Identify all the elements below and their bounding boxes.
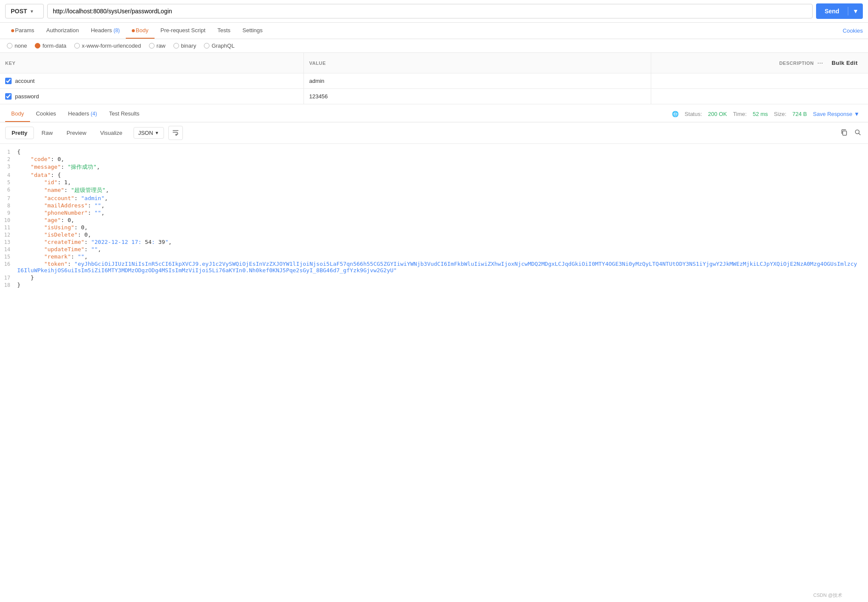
row2-checkbox[interactable]: [5, 93, 12, 100]
line-number: 9: [0, 210, 17, 216]
line-number: 2: [0, 156, 17, 162]
line-number: 12: [0, 231, 17, 238]
view-icons: [839, 127, 863, 139]
url-bar: POST ▼ Send ▼: [0, 0, 868, 23]
code-area: 1{2 "code": 0,3 "message": "操作成功",4 "dat…: [0, 144, 868, 350]
tab-body[interactable]: Body: [126, 23, 155, 39]
cookies-link[interactable]: Cookies: [843, 27, 863, 34]
resp-tab-cookies[interactable]: Cookies: [30, 106, 62, 122]
radio-none-circle: [7, 43, 12, 49]
radio-raw-label: raw: [157, 43, 166, 49]
code-line: 1{: [0, 148, 868, 155]
table-row: password 123456: [0, 89, 868, 104]
size-label: Size:: [774, 111, 786, 117]
tab-prerequest[interactable]: Pre-request Script: [155, 23, 212, 39]
send-arrow-icon[interactable]: ▼: [848, 3, 863, 19]
radio-raw[interactable]: raw: [149, 43, 166, 49]
method-select[interactable]: POST ▼: [5, 4, 44, 18]
radio-binary-circle: [173, 43, 179, 49]
code-line: 12 "isDelete": 0,: [0, 231, 868, 238]
code-line: 9 "phoneNumber": "",: [0, 209, 868, 216]
line-content: "token": "eyJhbGciOiJIUzI1NiIsInR5cCI6Ik…: [17, 261, 868, 274]
line-content: "isUsing": 0,: [17, 224, 868, 231]
view-tab-raw[interactable]: Raw: [36, 127, 59, 139]
size-value: 724 B: [792, 111, 807, 117]
row2-value: 123456: [309, 93, 328, 100]
response-status: 🌐 Status: 200 OK Time: 52 ms Size: 724 B…: [672, 111, 863, 117]
row2-key: password: [15, 93, 39, 100]
tab-authorization[interactable]: Authorization: [40, 23, 85, 39]
code-line: 3 "message": "操作成功",: [0, 163, 868, 171]
url-input[interactable]: [47, 4, 813, 18]
wrap-button[interactable]: [168, 126, 183, 140]
view-tabs-row: Pretty Raw Preview Visualize JSON ▼: [0, 122, 868, 144]
radio-formdata-label: form-data: [42, 43, 67, 49]
code-line: 5 "id": 1,: [0, 179, 868, 186]
line-number: 3: [0, 163, 17, 170]
radio-graphql[interactable]: GraphQL: [204, 43, 234, 49]
tab-headers[interactable]: Headers (8): [85, 23, 126, 39]
headers-badge: (8): [113, 27, 120, 33]
format-chevron-icon: ▼: [155, 131, 159, 135]
search-button[interactable]: [853, 127, 863, 139]
tab-settings[interactable]: Settings: [237, 23, 269, 39]
line-content: }: [17, 274, 868, 281]
send-button[interactable]: Send ▼: [816, 3, 863, 19]
line-number: 4: [0, 172, 17, 178]
send-label: Send: [816, 3, 848, 19]
line-number: 1: [0, 149, 17, 155]
line-number: 15: [0, 253, 17, 260]
line-content: }: [17, 282, 868, 288]
request-tabs: Params Authorization Headers (8) Body Pr…: [0, 23, 868, 39]
line-number: 16: [0, 261, 17, 267]
radio-urlencoded[interactable]: x-www-form-urlencoded: [74, 43, 141, 49]
view-tab-preview[interactable]: Preview: [61, 127, 92, 139]
more-options-button[interactable]: ···: [814, 58, 826, 69]
svg-rect-0: [843, 131, 847, 135]
line-content: "isDelete": 0,: [17, 231, 868, 238]
resp-tab-body[interactable]: Body: [5, 106, 30, 122]
line-content: "createTime": "2022-12-12 17: 54: 39",: [17, 239, 868, 245]
radio-formdata-circle: [35, 43, 40, 49]
line-content: "updateTime": "",: [17, 246, 868, 252]
line-content: "data": {: [17, 172, 868, 178]
radio-none[interactable]: none: [7, 43, 27, 49]
format-label: JSON: [138, 130, 153, 136]
code-line: 2 "code": 0,: [0, 155, 868, 163]
radio-binary[interactable]: binary: [173, 43, 196, 49]
col-value: VALUE: [304, 53, 651, 73]
body-type-row: none form-data x-www-form-urlencoded raw…: [0, 39, 868, 53]
line-number: 5: [0, 179, 17, 185]
resp-tab-testresults[interactable]: Test Results: [103, 106, 146, 122]
line-content: "account": "admin",: [17, 195, 868, 201]
tab-tests[interactable]: Tests: [212, 23, 237, 39]
format-select[interactable]: JSON ▼: [134, 127, 164, 139]
line-number: 10: [0, 217, 17, 223]
radio-formdata[interactable]: form-data: [35, 43, 67, 49]
code-line: 17 }: [0, 274, 868, 281]
radio-graphql-circle: [204, 43, 209, 49]
time-label: Time:: [733, 111, 747, 117]
line-number: 14: [0, 246, 17, 252]
code-line: 16 "token": "eyJhbGciOiJIUzI1NiIsInR5cCI…: [0, 260, 868, 274]
line-content: "name": "超级管理员",: [17, 186, 868, 194]
search-icon: [854, 129, 861, 136]
radio-raw-circle: [149, 43, 155, 49]
save-response-button[interactable]: Save Response ▼: [813, 111, 859, 117]
code-line: 14 "updateTime": "",: [0, 246, 868, 253]
line-content: "phoneNumber": "",: [17, 210, 868, 216]
resp-headers-badge: (4): [91, 111, 97, 117]
view-tab-pretty[interactable]: Pretty: [5, 127, 34, 139]
line-number: 8: [0, 202, 17, 209]
copy-button[interactable]: [839, 127, 849, 139]
row1-checkbox[interactable]: [5, 78, 12, 84]
line-content: {: [17, 149, 868, 155]
method-chevron-icon: ▼: [30, 9, 34, 14]
view-tab-visualize[interactable]: Visualize: [94, 127, 128, 139]
tab-params[interactable]: Params: [5, 23, 40, 39]
copy-icon: [841, 129, 847, 136]
radio-urlencoded-label: x-www-form-urlencoded: [82, 43, 141, 49]
bulk-edit-button[interactable]: Bulk Edit: [826, 56, 863, 70]
col-key: KEY: [0, 53, 304, 73]
resp-tab-headers[interactable]: Headers (4): [62, 106, 103, 122]
